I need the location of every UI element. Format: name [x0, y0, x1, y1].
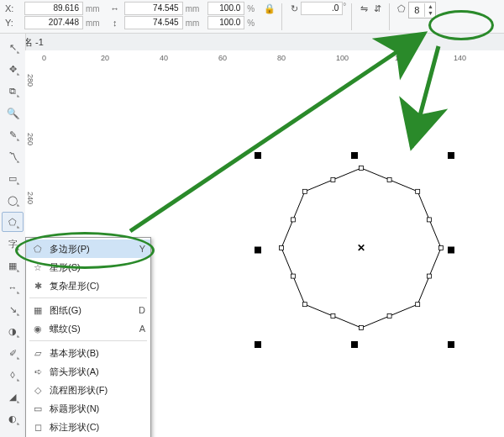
scale-y-value[interactable]: 100.0 [207, 16, 244, 29]
ruler-tick: 80 [277, 54, 286, 62]
menu-item-arrow-shapes[interactable]: ➪箭头形状(A) [26, 362, 150, 381]
menu-item-polygon[interactable]: ⬠多边形(P)Y [26, 240, 150, 258]
dimension-tool[interactable]: ↔ [2, 277, 24, 297]
mirror-h-icon[interactable]: ⇋ [357, 2, 370, 15]
ellipse-tool[interactable]: ◯ [2, 190, 24, 210]
svg-rect-8 [302, 189, 307, 193]
freehand-tool[interactable]: ✎ [2, 124, 24, 145]
spin-down[interactable]: ▼ [425, 10, 435, 17]
pick-tool[interactable]: ↖ [2, 37, 24, 57]
spin-up[interactable]: ▲ [425, 3, 435, 10]
separator [281, 3, 282, 30]
interactive-fill-tool[interactable]: ◐ [2, 408, 24, 429]
width-icon: ↔ [108, 2, 122, 15]
svg-text:✕: ✕ [357, 242, 365, 254]
menu-item-banner-shapes[interactable]: ▭标题形状(N) [26, 399, 150, 418]
menu-item-label: 多边形(P) [50, 243, 129, 255]
svg-rect-5 [360, 326, 364, 330]
svg-rect-18 [255, 152, 261, 159]
y-value[interactable]: 207.448 [24, 16, 83, 29]
rotation-value[interactable]: .0 [301, 2, 343, 15]
scale-x-value[interactable]: 100.0 [207, 2, 244, 15]
menu-item-shortcut: Y [134, 244, 145, 254]
svg-rect-10 [428, 218, 432, 222]
menu-item-label: 基本形状(B) [50, 347, 129, 360]
callout-shapes-icon: ◻ [31, 422, 45, 433]
sy-unit: % [247, 18, 255, 28]
x-value[interactable]: 89.616 [24, 2, 83, 15]
y-unit: mm [86, 18, 100, 28]
property-bar: X: 89.616 mm Y: 207.448 mm ↔ 74.545 mm ↕… [0, 0, 504, 34]
menu-item-graph-paper[interactable]: ▦图纸(G)D [26, 301, 150, 319]
x-unit: mm [86, 4, 100, 13]
polygon-icon: ⬠ [31, 244, 45, 255]
menu-item-spiral[interactable]: ◉螺纹(S)A [26, 319, 150, 338]
separator [351, 3, 352, 30]
menu-item-label: 星形(S) [50, 261, 129, 274]
width-value[interactable]: 74.545 [124, 2, 183, 15]
svg-rect-25 [448, 341, 454, 348]
ruler-tick: 20 [101, 54, 109, 62]
spiral-icon: ◉ [31, 324, 45, 334]
ruler-tick: 260 [26, 133, 34, 145]
svg-rect-2 [416, 189, 420, 193]
lock-ratio-icon[interactable]: 🔒 [263, 2, 276, 15]
menu-item-complex-star[interactable]: ✱复杂星形(C) [26, 276, 150, 295]
svg-rect-23 [255, 341, 261, 348]
svg-rect-4 [416, 303, 420, 307]
svg-rect-9 [387, 177, 391, 182]
polygon-tool[interactable]: ⬠ [2, 212, 24, 232]
text-tool[interactable]: 字 [2, 234, 24, 254]
svg-rect-20 [448, 152, 454, 159]
menu-item-callout-shapes[interactable]: ◻标注形状(C) [26, 418, 150, 436]
flowchart-shapes-icon: ◇ [31, 385, 45, 396]
rectangle-tool[interactable]: ▭ [2, 168, 24, 188]
smart-draw-tool[interactable]: 〽 [2, 146, 24, 166]
graph-paper-icon: ▦ [31, 305, 45, 316]
menu-item-label: 标注形状(C) [50, 421, 129, 434]
svg-rect-16 [331, 177, 335, 182]
ruler-tick: 140 [454, 54, 466, 62]
arrow-shapes-icon: ➪ [31, 366, 45, 377]
polygon-sides-value[interactable]: 8 [409, 5, 424, 15]
polygon-sides-icon: ⬠ [395, 2, 408, 15]
outline-tool[interactable]: ◊ [2, 365, 24, 385]
separator [389, 3, 390, 30]
fill-tool[interactable]: ◢ [2, 387, 24, 407]
y-label: Y: [5, 18, 22, 28]
svg-rect-14 [291, 274, 295, 278]
x-label: X: [5, 3, 22, 13]
menu-item-label: 流程图形状(F) [50, 384, 129, 397]
height-value[interactable]: 74.545 [124, 16, 183, 29]
document-title-bar: 未命名 -1 [0, 34, 504, 51]
menu-item-shortcut: D [134, 305, 145, 315]
svg-rect-11 [428, 274, 432, 278]
polygon-flyout-menu: ⬠多边形(P)Y☆星形(S)✱复杂星形(C)▦图纸(G)D◉螺纹(S)A▱基本形… [25, 237, 151, 437]
crop-tool[interactable]: ⧉ [2, 81, 24, 101]
star-icon: ☆ [31, 262, 45, 273]
polygon-sides-spinner[interactable]: 8 ▲▼ [408, 2, 436, 18]
svg-rect-22 [448, 247, 454, 254]
table-tool[interactable]: ▦ [2, 255, 24, 276]
menu-item-flowchart-shapes[interactable]: ◇流程图形状(F) [26, 381, 150, 399]
zoom-tool[interactable]: 🔍 [2, 103, 24, 123]
svg-rect-3 [439, 246, 444, 250]
svg-rect-1 [360, 166, 364, 171]
menu-divider [29, 297, 147, 298]
menu-divider [29, 340, 147, 341]
effects-tool[interactable]: ◑ [2, 321, 24, 341]
menu-item-label: 箭头形状(A) [50, 366, 129, 378]
height-icon: ↕ [108, 16, 122, 29]
eyedropper-tool[interactable]: ✐ [2, 343, 24, 363]
menu-item-label: 图纸(G) [50, 304, 129, 317]
menu-item-basic-shapes[interactable]: ▱基本形状(B) [26, 344, 150, 362]
menu-item-label: 复杂星形(C) [50, 280, 129, 292]
mirror-v-icon[interactable]: ⇵ [370, 2, 384, 15]
menu-item-star[interactable]: ☆星形(S) [26, 258, 150, 276]
svg-rect-21 [255, 247, 261, 254]
ruler-tick: 40 [160, 54, 168, 62]
connector-tool[interactable]: ↘ [2, 299, 24, 319]
svg-rect-15 [291, 218, 295, 222]
svg-rect-12 [387, 314, 391, 319]
shape-tool[interactable]: ✥ [2, 59, 24, 79]
